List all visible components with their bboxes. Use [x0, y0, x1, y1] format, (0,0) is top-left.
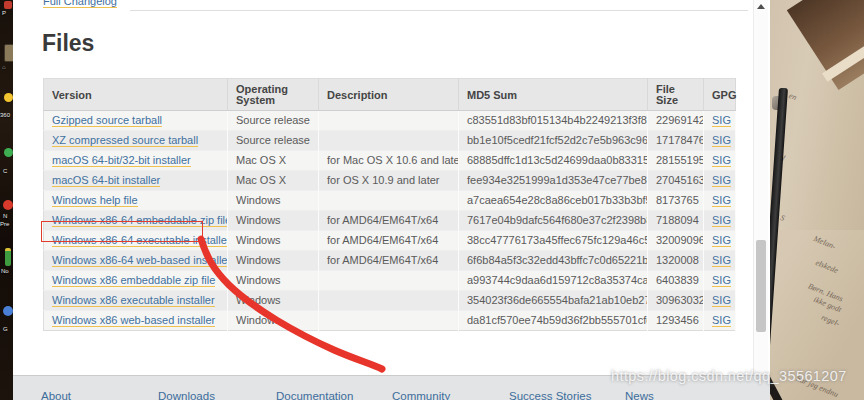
os-text: Windows: [236, 274, 281, 286]
version-link[interactable]: Windows x86-64 embeddable zip file: [52, 214, 228, 227]
gpg-sig-link[interactable]: SIG: [712, 114, 731, 127]
md5-text: fee934e3251999a1d353e47ce77be84a: [467, 174, 648, 186]
col-header-os: Operating System: [228, 79, 319, 111]
gpg-sig-link[interactable]: SIG: [712, 154, 731, 167]
scroll-up-arrow-icon[interactable]: [757, 4, 765, 9]
version-link[interactable]: Gzipped source tarball: [52, 114, 162, 127]
os-text: Mac OS X: [236, 154, 286, 166]
files-table-body: Gzipped source tarballSource releasec835…: [44, 111, 736, 331]
os-text: Windows: [236, 194, 281, 206]
description-text: for Mac OS X 10.6 and later: [327, 154, 459, 166]
desktop-icon-label: C: [3, 168, 7, 175]
notepad-icon[interactable]: [5, 248, 11, 266]
browser-page-python-downloads: Full Changelog Files Version Operating S…: [13, 0, 770, 400]
home-icon: ⌂: [2, 64, 6, 71]
files-heading: Files: [42, 30, 94, 57]
desktop-app-icon[interactable]: [4, 1, 12, 9]
footer-link-news[interactable]: News: [625, 390, 654, 400]
table-row: Windows x86 web-based installerWindowsda…: [44, 311, 736, 331]
gpg-sig-link[interactable]: SIG: [712, 254, 731, 267]
version-link[interactable]: Windows x86 web-based installer: [52, 314, 215, 327]
filesize-text: 17178476: [656, 134, 704, 146]
version-link[interactable]: XZ compressed source tarball: [52, 134, 198, 147]
footer-link-about[interactable]: About: [41, 390, 71, 400]
table-row: Windows x86 executable installerWindows3…: [44, 291, 736, 311]
full-changelog-link[interactable]: Full Changelog: [43, 0, 117, 8]
os-text: Windows: [236, 234, 281, 246]
md5-text: a7caea654e28c8a86ceb017b33b3bf53: [467, 194, 648, 206]
table-row: Gzipped source tarballSource releasec835…: [44, 111, 736, 131]
red-app-icon[interactable]: [3, 200, 13, 210]
col-header-gpg: GPG: [704, 79, 736, 111]
book-text: en: [788, 91, 798, 102]
table-row: macOS 64-bit installerMac OS Xfor OS X 1…: [44, 171, 736, 191]
version-link[interactable]: Windows x86-64 web-based installer: [52, 254, 228, 267]
gpg-sig-link[interactable]: SIG: [712, 274, 731, 287]
version-link[interactable]: Windows help file: [52, 194, 138, 207]
filesize-text: 32009096: [656, 234, 704, 246]
version-link[interactable]: Windows x86 executable installer: [52, 294, 215, 307]
os-text: Mac OS X: [236, 174, 286, 186]
version-link[interactable]: Windows x86 embeddable zip file: [52, 274, 215, 287]
footer-link-success-stories[interactable]: Success Stories: [509, 390, 591, 400]
filesize-text: 8173765: [656, 194, 699, 206]
gpg-sig-link[interactable]: SIG: [712, 214, 731, 227]
description-text: for AMD64/EM64T/x64: [327, 254, 438, 266]
footer-link-community[interactable]: Community: [392, 390, 450, 400]
gpg-sig-link[interactable]: SIG: [712, 314, 731, 327]
md5-text: 6f6b84a5f3c32edd43bffc7c0d65221b: [467, 254, 648, 266]
gpg-sig-link[interactable]: SIG: [712, 174, 731, 187]
blue-app-icon[interactable]: [3, 306, 13, 316]
os-text: Windows: [236, 294, 281, 306]
md5-text: a993744c9daa6d159712c8a35374ca9c: [467, 274, 648, 286]
table-row: macOS 64-bit/32-bit installerMac OS Xfor…: [44, 151, 736, 171]
desktop-icon-label: Pre: [0, 221, 9, 228]
description-text: for AMD64/EM64T/x64: [327, 214, 438, 226]
site-footer: AboutDownloadsDocumentationCommunitySucc…: [13, 375, 770, 400]
gpg-sig-link[interactable]: SIG: [712, 134, 731, 147]
os-text: Windows: [236, 254, 281, 266]
table-row: Windows x86 embeddable zip fileWindowsa9…: [44, 271, 736, 291]
screen: { "page": { "top_link": "Full Changelog"…: [0, 0, 864, 400]
filesize-text: 30963032: [656, 294, 704, 306]
md5-text: bb1e10f5cedf21fcf52d2c7e5b963c96: [467, 134, 648, 146]
col-header-version: Version: [44, 79, 228, 111]
footer-link-documentation[interactable]: Documentation: [276, 390, 353, 400]
description-text: for AMD64/EM64T/x64: [327, 234, 438, 246]
gpg-sig-link[interactable]: SIG: [712, 294, 731, 307]
version-link[interactable]: Windows x86-64 executable installer: [52, 234, 228, 247]
desktop-icon-label: P: [2, 10, 6, 17]
md5-text: 68885dffc1d13c5d24699daa0b83315f: [467, 154, 648, 166]
col-header-desc: Description: [319, 79, 459, 111]
divider: [130, 10, 748, 11]
filesize-text: 22969142: [656, 114, 704, 126]
os-text: Source release: [236, 134, 310, 146]
md5-text: da81cf570ee74b59d36f2bb555701cfd: [467, 314, 648, 326]
table-row: Windows x86-64 executable installerWindo…: [44, 231, 736, 251]
360-browser-icon[interactable]: [4, 93, 13, 102]
table-row: Windows help fileWindowsa7caea654e28c8a8…: [44, 191, 736, 211]
green-app-icon[interactable]: [4, 148, 13, 157]
version-link[interactable]: macOS 64-bit installer: [52, 174, 160, 187]
footer-link-downloads[interactable]: Downloads: [158, 390, 215, 400]
desktop-icon-label: G: [3, 326, 8, 333]
filesize-text: 1320008: [656, 254, 699, 266]
col-header-filesize: File Size: [648, 79, 704, 111]
version-link[interactable]: macOS 64-bit/32-bit installer: [52, 154, 191, 167]
table-row: Windows x86-64 web-based installerWindow…: [44, 251, 736, 271]
gpg-sig-link[interactable]: SIG: [712, 194, 731, 207]
gpg-sig-link[interactable]: SIG: [712, 234, 731, 247]
filesize-text: 28155195: [656, 154, 704, 166]
filesize-text: 27045163: [656, 174, 704, 186]
filesize-text: 1293456: [656, 314, 699, 326]
os-text: Source release: [236, 114, 310, 126]
scrollbar-thumb[interactable]: [756, 240, 766, 332]
os-text: Windows: [236, 214, 281, 226]
desktop-icon-label: N: [3, 213, 7, 220]
table-row: Windows x86-64 embeddable zip fileWindow…: [44, 211, 736, 231]
col-header-md5: MD5 Sum: [459, 79, 648, 111]
table-header-row: Version Operating System Description MD5…: [44, 79, 736, 111]
vertical-scrollbar[interactable]: [753, 0, 768, 400]
desktop-icon-strip: P ⌂ 360 C N Pre No G: [0, 0, 13, 400]
desktop-file-icon[interactable]: [4, 44, 13, 62]
